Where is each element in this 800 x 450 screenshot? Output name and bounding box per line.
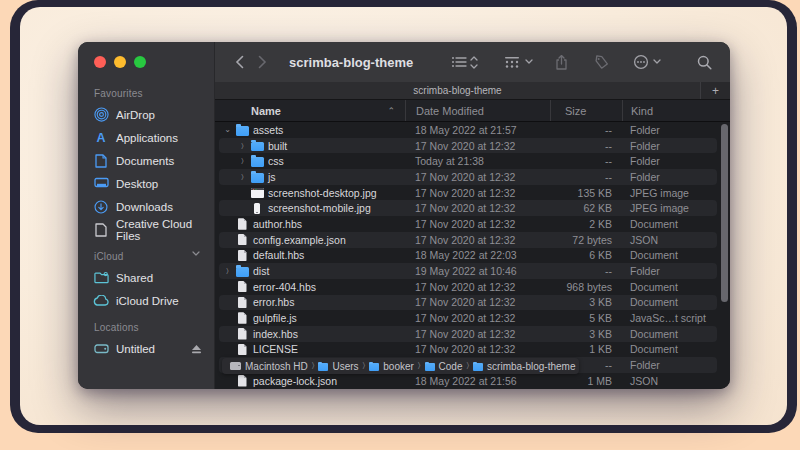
group-by-icon[interactable] xyxy=(504,56,520,69)
path-segment-label: booker xyxy=(383,361,414,372)
group-by-chevron-icon[interactable] xyxy=(525,59,533,65)
disclosure-chevron-right-icon[interactable]: 〉 xyxy=(236,173,249,181)
more-actions-icon[interactable] xyxy=(633,54,649,70)
disclosure-chevron-right-icon[interactable]: 〉 xyxy=(221,267,234,275)
more-actions-chevron-icon[interactable] xyxy=(653,59,661,65)
folder-icon xyxy=(251,173,264,183)
file-row-dist[interactable]: 〉dist19 May 2022 at 10:46--Folder xyxy=(215,263,730,279)
path-segment-label: Macintosh HD xyxy=(245,361,308,372)
file-row-error-hbs[interactable]: error.hbs17 Nov 2020 at 12:323 KBDocumen… xyxy=(215,295,730,311)
file-kind-label: Folder xyxy=(622,357,730,373)
disclosure-chevron-right-icon[interactable]: 〉 xyxy=(236,157,249,165)
column-header-date-modified[interactable]: Date Modified xyxy=(405,100,550,121)
path-separator-chevron-icon: 〉 xyxy=(363,361,366,371)
search-icon[interactable] xyxy=(697,55,712,70)
sidebar-item-applications[interactable]: AApplications xyxy=(90,126,214,149)
file-kind-label: JSON xyxy=(622,373,730,389)
jpeg-mobile-icon xyxy=(254,203,261,215)
list-view-icon[interactable] xyxy=(452,56,467,68)
sidebar-item-desktop[interactable]: Desktop xyxy=(90,172,214,195)
file-row-author-hbs[interactable]: author.hbs17 Nov 2020 at 12:322 KBDocume… xyxy=(215,216,730,232)
sidebar-item-icloud-drive[interactable]: iCloud Drive xyxy=(90,289,214,312)
eject-icon[interactable] xyxy=(191,344,202,354)
sidebar-section-label: Favourites xyxy=(94,88,214,99)
file-row-screenshot-desktop-jpg[interactable]: screenshot-desktop.jpg17 Nov 2020 at 12:… xyxy=(215,185,730,201)
column-header-name[interactable]: Name ⌃ xyxy=(215,100,405,121)
path-segment-booker[interactable]: booker xyxy=(369,361,414,372)
file-name-label: assets xyxy=(253,124,283,136)
file-name-label: error-404.hbs xyxy=(253,281,316,293)
file-row-css[interactable]: 〉cssToday at 21:38--Folder xyxy=(215,153,730,169)
folder-icon xyxy=(249,140,265,152)
tab-scrimba-blog-theme[interactable]: scrimba-blog-theme xyxy=(215,82,700,99)
file-row-license[interactable]: LICENSE17 Nov 2020 at 12:321 KBDocument xyxy=(215,342,730,358)
file-size-label: -- xyxy=(550,169,622,185)
new-tab-button[interactable]: + xyxy=(700,82,730,99)
file-name-label: css xyxy=(268,155,284,167)
sidebar-item-shared[interactable]: Shared xyxy=(90,266,214,289)
column-header-kind[interactable]: Kind xyxy=(622,100,730,121)
path-segment-users[interactable]: Users xyxy=(318,361,358,372)
file-row-package-lock-json[interactable]: package-lock.json18 May 2022 at 21:561 M… xyxy=(215,373,730,389)
tag-icon[interactable] xyxy=(594,55,609,69)
chevron-down-icon[interactable] xyxy=(192,251,200,257)
sidebar-item-airdrop[interactable]: AirDrop xyxy=(90,103,214,126)
file-row-index-hbs[interactable]: index.hbs17 Nov 2020 at 12:323 KBDocumen… xyxy=(215,326,730,342)
sidebar-item-downloads[interactable]: Downloads xyxy=(90,195,214,218)
zoom-button[interactable] xyxy=(134,56,146,68)
file-list: ⌄assets18 May 2022 at 21:57--Folder〉buil… xyxy=(215,122,730,389)
sidebar-item-untitled[interactable]: Untitled xyxy=(90,337,214,360)
file-kind-label: Document xyxy=(622,295,730,311)
jpeg-mobile-icon xyxy=(249,203,265,215)
forward-button[interactable] xyxy=(258,55,267,69)
jpeg-desktop-icon xyxy=(251,188,264,198)
path-segment-code[interactable]: Code xyxy=(425,361,463,372)
view-updown-chevrons-icon[interactable] xyxy=(470,56,478,69)
file-row-default-hbs[interactable]: default.hbs18 May 2022 at 22:036 KBDocum… xyxy=(215,248,730,264)
file-name-cell: 〉js xyxy=(215,169,405,185)
file-size-label: 62 KB xyxy=(550,200,622,216)
file-name-label: error.hbs xyxy=(253,296,294,308)
file-row-error-404-hbs[interactable]: error-404.hbs17 Nov 2020 at 12:32968 byt… xyxy=(215,279,730,295)
sidebar-item-documents[interactable]: Documents xyxy=(90,149,214,172)
sidebar-item-label: Desktop xyxy=(116,178,158,190)
document-icon xyxy=(238,312,247,324)
folder-icon xyxy=(425,363,435,371)
column-header-size[interactable]: Size xyxy=(550,100,622,121)
document-icon xyxy=(238,250,247,262)
close-button[interactable] xyxy=(94,56,106,68)
file-kind-label: Document xyxy=(622,342,730,358)
folder-icon xyxy=(236,267,249,277)
icloud-drive-icon xyxy=(93,293,109,309)
documents-icon xyxy=(93,153,109,169)
sidebar-item-creative-cloud-files[interactable]: Creative Cloud Files xyxy=(90,218,214,241)
path-segment-scrimba-blog-theme[interactable]: scrimba-blog-theme xyxy=(473,361,575,372)
desktop-icon xyxy=(93,176,109,192)
file-name-cell: screenshot-desktop.jpg xyxy=(215,185,405,201)
document-icon xyxy=(238,328,247,340)
file-row-gulpfile-js[interactable]: gulpfile.js17 Nov 2020 at 12:325 KBJavaS… xyxy=(215,310,730,326)
back-button[interactable] xyxy=(235,55,244,69)
file-row-js[interactable]: 〉js17 Nov 2020 at 12:32--Folder xyxy=(215,169,730,185)
jpeg-desktop-icon xyxy=(249,188,265,198)
sidebar-item-label: Untitled xyxy=(116,343,155,355)
sidebar-item-label: AirDrop xyxy=(116,109,155,121)
file-kind-label: Document xyxy=(622,216,730,232)
file-name-label: js xyxy=(268,171,276,183)
file-row-built[interactable]: 〉built17 Nov 2020 at 12:32--Folder xyxy=(215,138,730,154)
disclosure-chevron-down-icon[interactable]: ⌄ xyxy=(221,125,234,134)
path-segment-macintosh-hd[interactable]: Macintosh HD xyxy=(230,361,308,372)
applications-icon: A xyxy=(93,130,109,146)
sidebar-section-label: iCloud xyxy=(94,251,214,262)
file-row-config-example-json[interactable]: config.example.json17 Nov 2020 at 12:327… xyxy=(215,232,730,248)
file-row-screenshot-mobile-jpg[interactable]: screenshot-mobile.jpg17 Nov 2020 at 12:3… xyxy=(215,200,730,216)
document-icon xyxy=(238,234,247,246)
minimize-button[interactable] xyxy=(114,56,126,68)
vertical-scrollbar[interactable] xyxy=(721,124,728,302)
file-row-assets[interactable]: ⌄assets18 May 2022 at 21:57--Folder xyxy=(215,122,730,138)
file-kind-label: Folder xyxy=(622,153,730,169)
file-kind-label: Document xyxy=(622,279,730,295)
share-icon[interactable] xyxy=(555,55,568,70)
disclosure-chevron-right-icon[interactable]: 〉 xyxy=(236,142,249,150)
file-date-label: Today at 21:38 xyxy=(405,153,550,169)
